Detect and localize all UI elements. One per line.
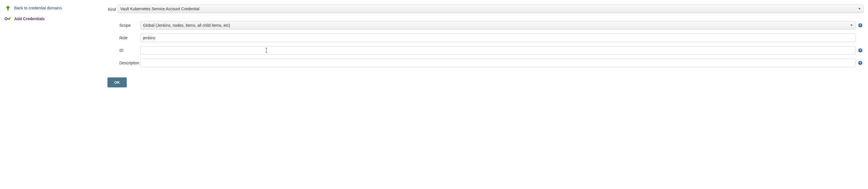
role-input-wrapper	[141, 34, 856, 42]
add-credentials-link[interactable]: Add Credentials	[4, 16, 107, 22]
id-input-wrapper	[141, 46, 856, 55]
id-label: ID	[119, 48, 141, 53]
back-to-credential-domains-link[interactable]: Back to credential domains	[4, 5, 107, 11]
description-row: Description ?	[119, 59, 864, 67]
add-credentials-text: Add Credentials	[14, 17, 44, 21]
scope-label: Scope	[119, 23, 141, 28]
scope-row: Scope Global (Jenkins, nodes, items, all…	[119, 21, 864, 30]
role-label: Role	[119, 35, 141, 40]
description-label: Description	[119, 61, 141, 65]
ok-button[interactable]: OK	[107, 77, 127, 87]
scope-select-wrapper: Global (Jenkins, nodes, items, all child…	[141, 21, 856, 30]
svg-text:?: ?	[860, 49, 862, 52]
scope-select[interactable]: Global (Jenkins, nodes, items, all child…	[141, 21, 856, 30]
kind-row: Kind Vault Kubernetes Service Account Cr…	[107, 4, 864, 13]
credentials-form: Kind Vault Kubernetes Service Account Cr…	[107, 4, 866, 87]
add-credentials-page: Back to credential domains Add Credentia…	[0, 0, 868, 92]
help-icon: ?	[858, 23, 863, 28]
svg-point-3	[9, 17, 11, 19]
description-input[interactable]	[141, 59, 856, 67]
key-icon	[4, 16, 11, 22]
svg-rect-2	[9, 19, 9, 20]
svg-text:?: ?	[860, 24, 862, 27]
submit-row: OK	[107, 77, 864, 87]
id-help[interactable]: ?	[857, 48, 864, 53]
description-help[interactable]: ?	[857, 61, 864, 65]
id-input[interactable]	[141, 46, 856, 55]
up-arrow-icon	[4, 5, 11, 11]
back-link-text: Back to credential domains	[14, 6, 62, 10]
description-input-wrapper	[141, 59, 856, 67]
kind-select[interactable]: Vault Kubernetes Service Account Credent…	[118, 4, 864, 13]
role-row: Role	[119, 34, 864, 42]
sidebar: Back to credential domains Add Credentia…	[2, 4, 107, 87]
kind-select-wrapper: Vault Kubernetes Service Account Credent…	[118, 4, 864, 13]
help-icon: ?	[858, 61, 863, 65]
form-fields: Scope Global (Jenkins, nodes, items, all…	[107, 21, 864, 67]
scope-help[interactable]: ?	[857, 23, 864, 28]
kind-label: Kind	[107, 7, 118, 12]
role-input[interactable]	[141, 34, 856, 42]
id-row: ID ?	[119, 46, 864, 55]
svg-text:?: ?	[860, 61, 862, 64]
help-icon: ?	[858, 48, 863, 53]
svg-point-0	[5, 18, 7, 20]
